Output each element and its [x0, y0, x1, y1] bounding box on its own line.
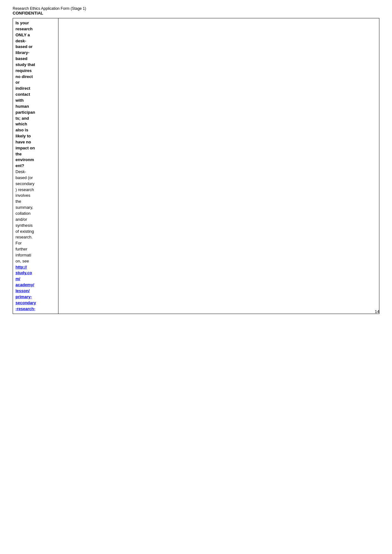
reference-link[interactable]: http://study.com/academy/lesson/primary-… — [15, 265, 36, 311]
header-confidential: CONFIDENTIAL — [13, 11, 379, 15]
question-text: Is yourresearchONLY adesk-based orlibrar… — [15, 21, 35, 168]
left-column: Is yourresearchONLY adesk-based orlibrar… — [13, 18, 58, 314]
right-column — [58, 18, 379, 314]
header-title: Research Ethics Application Form (Stage … — [13, 6, 379, 11]
description-text: Desk-based (orsecondary) researchinvolve… — [15, 169, 34, 263]
page-number: 14 — [375, 309, 379, 314]
header-section: Research Ethics Application Form (Stage … — [13, 6, 379, 15]
content-wrapper: Is yourresearchONLY adesk-based orlibrar… — [13, 18, 379, 314]
